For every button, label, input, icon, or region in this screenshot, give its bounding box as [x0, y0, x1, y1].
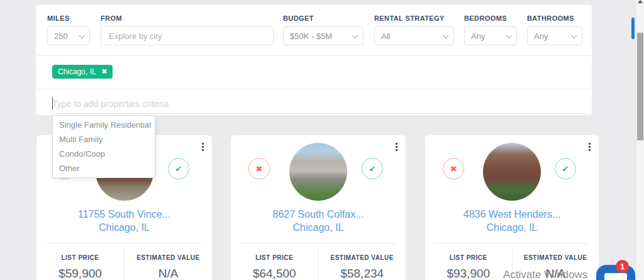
chevron-down-icon: [443, 32, 449, 38]
scroll-up-arrow-icon[interactable]: [638, 0, 643, 3]
from-city-input[interactable]: [101, 26, 274, 45]
estimated-value-label: ESTIMATED VALUE: [513, 254, 599, 261]
page-root: MILES 250 FROM BUDGET $50K - $5M RENTAL …: [0, 0, 644, 280]
chat-notification-badge: 1: [616, 260, 629, 273]
card-menu-icon[interactable]: [587, 142, 592, 152]
estimated-value-value: $58,234: [319, 267, 406, 280]
dropdown-option-condo-coop[interactable]: Condo/Coop: [53, 147, 155, 161]
property-address: 4836 West Henders... Chicago, IL: [425, 208, 599, 234]
address-line1[interactable]: 4836 West Henders...: [425, 208, 599, 221]
divider: [435, 243, 589, 244]
property-card: ✖ ✔ 4836 West Henders... Chicago, IL LIS…: [425, 135, 599, 280]
rental-strategy-select[interactable]: All: [374, 26, 454, 45]
property-stats: LIST PRICE $64,500 ESTIMATED VALUE $58,2…: [231, 247, 406, 280]
property-photo[interactable]: [483, 143, 541, 201]
accept-property-button[interactable]: ✔: [362, 158, 383, 179]
rental-strategy-select-value: All: [381, 31, 390, 41]
chevron-down-icon: [79, 32, 85, 38]
address-line2[interactable]: Chicago, IL: [36, 221, 212, 234]
chevron-down-icon: [352, 32, 358, 38]
activate-windows-watermark: Activate Windows: [503, 269, 587, 280]
divider: [46, 243, 203, 244]
criteria-input-wrap: [52, 94, 588, 114]
divider: [38, 89, 590, 89]
card-menu-icon[interactable]: [201, 142, 205, 152]
bedrooms-select[interactable]: Any: [464, 26, 517, 45]
text-cursor: [52, 97, 53, 109]
bathrooms-select[interactable]: Any: [527, 26, 582, 45]
address-line2[interactable]: Chicago, IL: [231, 221, 406, 234]
card-menu-icon[interactable]: [394, 142, 399, 152]
browser-scrollbar[interactable]: [636, 0, 644, 280]
list-price-value: $93,900: [425, 267, 512, 280]
budget-label: BUDGET: [283, 14, 314, 22]
filters-panel: MILES 250 FROM BUDGET $50K - $5M RENTAL …: [36, 5, 592, 115]
accept-property-button[interactable]: ✔: [168, 158, 189, 179]
criteria-input[interactable]: [52, 94, 588, 113]
bathrooms-select-value: Any: [534, 31, 548, 41]
browser-scrollbar-thumb[interactable]: [637, 33, 643, 140]
estimated-value-label: ESTIMATED VALUE: [125, 254, 212, 261]
remove-tag-icon[interactable]: ✖: [102, 69, 107, 75]
miles-select-value: 250: [54, 31, 68, 41]
address-line2[interactable]: Chicago, IL: [425, 221, 599, 234]
accept-property-button[interactable]: ✔: [555, 158, 576, 179]
list-price-label: LIST PRICE: [231, 254, 318, 261]
bedrooms-label: BEDROOMS: [464, 14, 507, 22]
property-address: 8627 South Colfax... Chicago, IL: [231, 208, 406, 234]
address-line1[interactable]: 8627 South Colfax...: [231, 208, 406, 221]
miles-label: MILES: [47, 14, 70, 22]
estimated-value-value: N/A: [125, 267, 212, 280]
property-stats: LIST PRICE $59,900 ESTIMATED VALUE N/A: [36, 247, 212, 280]
location-tag-chicago[interactable]: Chicago, IL ✖: [52, 65, 113, 79]
list-price-label: LIST PRICE: [425, 254, 512, 261]
reject-property-button[interactable]: ✖: [443, 158, 464, 179]
rental-strategy-label: RENTAL STRATEGY: [374, 14, 445, 22]
bathrooms-label: BATHROOMS: [527, 14, 574, 22]
property-photo[interactable]: [289, 143, 347, 201]
dropdown-option-other[interactable]: Other: [53, 161, 155, 176]
dropdown-option-single-family[interactable]: Single Family Residential: [53, 118, 155, 132]
inner-scrollbar-thumb[interactable]: [631, 18, 635, 39]
reject-property-button[interactable]: ✖: [248, 158, 270, 179]
from-label: FROM: [101, 14, 122, 22]
list-price-value: $64,500: [231, 267, 318, 280]
property-card: ✖ ✔ 8627 South Colfax... Chicago, IL LIS…: [231, 135, 406, 280]
chevron-down-icon: [571, 32, 577, 38]
list-price-label: LIST PRICE: [36, 254, 124, 261]
miles-select[interactable]: 250: [47, 26, 90, 45]
divider: [38, 55, 590, 56]
divider: [240, 243, 396, 244]
address-line1[interactable]: 11755 South Vince...: [36, 208, 212, 221]
budget-select[interactable]: $50K - $5M: [283, 26, 364, 45]
location-tag-label: Chicago, IL: [58, 67, 96, 76]
dropdown-option-multi-family[interactable]: Multi Family: [53, 132, 155, 147]
list-price-value: $59,900: [36, 267, 124, 280]
property-type-dropdown: Single Family Residential Multi Family C…: [52, 115, 155, 178]
estimated-value-label: ESTIMATED VALUE: [319, 254, 406, 261]
property-address: 11755 South Vince... Chicago, IL: [36, 208, 212, 234]
chevron-down-icon: [506, 32, 512, 38]
budget-select-value: $50K - $5M: [290, 31, 332, 41]
bedrooms-select-value: Any: [471, 31, 485, 41]
